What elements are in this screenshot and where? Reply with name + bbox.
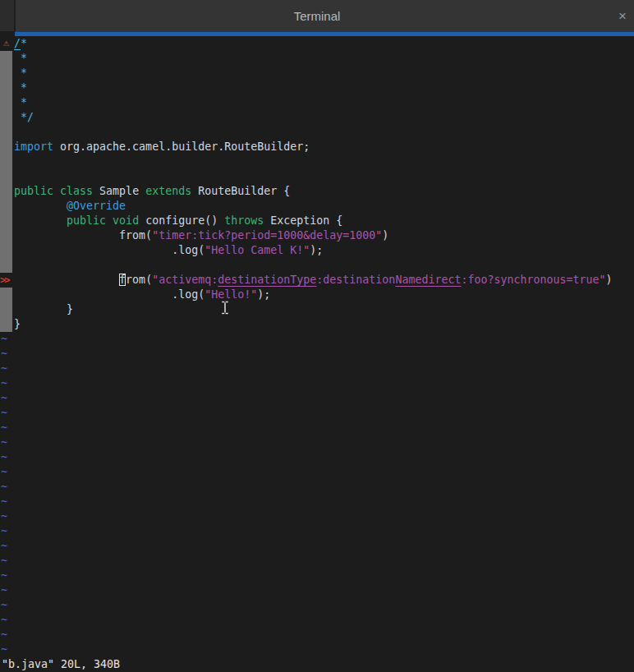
gutter-cell [0, 169, 12, 184]
terminal-screen[interactable]: ⚠/* * * * * */import org.apache.camel.bu… [0, 36, 634, 672]
empty-buffer-line: ~ [0, 391, 634, 406]
gutter-cell [0, 258, 12, 273]
titlebar[interactable]: Terminal × [0, 0, 634, 31]
window-title: Terminal [294, 9, 341, 23]
code-line: } [0, 317, 634, 332]
gutter-cell [0, 199, 12, 214]
empty-buffer-line: ~ [0, 598, 634, 613]
gutter-cell [0, 95, 12, 110]
empty-buffer-line: ~ [0, 376, 634, 391]
empty-buffer-line: ~ [0, 642, 634, 657]
code-line [0, 169, 634, 184]
code-line: public void configure() throws Exception… [0, 214, 634, 228]
gutter-cell [0, 302, 12, 317]
empty-buffer-line: ~ [0, 421, 634, 435]
empty-buffer-line: ~ [0, 583, 634, 598]
vim-block-cursor: f [119, 274, 126, 286]
empty-buffer-line: ~ [0, 480, 634, 495]
gutter-cell [0, 214, 12, 228]
gutter-cell [0, 125, 12, 140]
code-line [0, 258, 634, 273]
code-line [0, 154, 634, 169]
empty-buffer-line: ~ [0, 613, 634, 628]
empty-buffer-line: ~ [0, 568, 634, 583]
code-line: @Override [0, 199, 634, 214]
code-line: * [0, 66, 634, 81]
empty-buffer-line: ~ [0, 524, 634, 539]
gutter-cell [0, 110, 12, 125]
empty-buffer-line: ~ [0, 509, 634, 524]
empty-buffer-line: ~ [0, 628, 634, 642]
code-line: import org.apache.camel.builder.RouteBui… [0, 140, 634, 154]
vim-status-line: "b.java" 20L, 340B [0, 657, 634, 672]
code-line: * [0, 51, 634, 66]
gutter-cell [0, 317, 12, 332]
code-line: .log("Hello!"); [0, 288, 634, 302]
gutter-cell [0, 228, 12, 243]
empty-buffer-line: ~ [0, 495, 634, 509]
empty-buffer-line: ~ [0, 554, 634, 568]
titlebar-left-edge [0, 0, 16, 31]
code-line: ⚠/* [0, 36, 634, 51]
code-line: from("timer:tick?period=1000&delay=1000"… [0, 228, 634, 243]
code-line: */ [0, 110, 634, 125]
empty-buffer-line: ~ [0, 332, 634, 347]
code-line: * [0, 81, 634, 95]
gutter-cell [0, 51, 12, 66]
gutter-cell [0, 288, 12, 302]
empty-buffer-line: ~ [0, 347, 634, 361]
gutter-cell [0, 66, 12, 81]
close-icon[interactable]: × [618, 9, 627, 23]
code-line: .log("Hello Camel K!"); [0, 243, 634, 258]
empty-buffer-line: ~ [0, 465, 634, 480]
gutter-cell [0, 154, 12, 169]
empty-buffer-line: ~ [0, 406, 634, 421]
gutter-cell [0, 81, 12, 95]
error-sign-icon: >> [0, 273, 12, 288]
code-line [0, 125, 634, 140]
code-line: >> from("activemq:destinationType:destin… [0, 273, 634, 288]
gutter-cell [0, 243, 12, 258]
code-line: public class Sample extends RouteBuilder… [0, 184, 634, 199]
code-line: * [0, 95, 634, 110]
code-line: } [0, 302, 634, 317]
gutter-cell [0, 140, 12, 154]
empty-buffer-line: ~ [0, 435, 634, 450]
empty-buffer-line: ~ [0, 539, 634, 554]
warning-sign-icon: ⚠ [0, 36, 12, 51]
empty-buffer-line: ~ [0, 450, 634, 465]
empty-buffer-line: ~ [0, 361, 634, 376]
terminal-window: Terminal × ⚠/* * * * * */import org.apac… [0, 0, 634, 672]
gutter-cell [0, 184, 12, 199]
editor-rows: ⚠/* * * * * */import org.apache.camel.bu… [0, 36, 634, 657]
